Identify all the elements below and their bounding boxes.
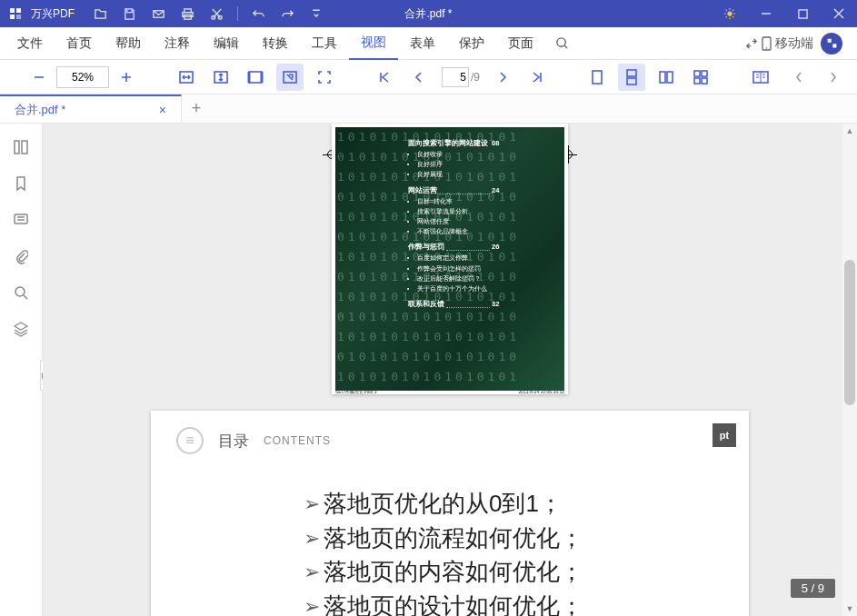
svg-rect-18 (627, 78, 636, 84)
scroll-down-icon[interactable]: ▼ (842, 601, 857, 616)
zoom-in-button[interactable] (113, 64, 140, 91)
bookmarks-icon[interactable] (5, 167, 37, 200)
zoom-group (9, 60, 156, 94)
svg-rect-27 (22, 141, 27, 154)
scroll-up-icon[interactable]: ▲ (842, 124, 857, 138)
quick-access-toolbar (85, 0, 331, 27)
fit-page-icon[interactable] (242, 64, 269, 91)
menu-item-4[interactable]: 编辑 (202, 27, 251, 60)
comments-icon[interactable] (5, 204, 37, 236)
svg-rect-21 (694, 71, 700, 76)
menu-item-10[interactable]: 页面 (496, 27, 545, 60)
menu-item-7[interactable]: 视图 (349, 27, 398, 60)
menu-item-9[interactable]: 保护 (447, 27, 496, 60)
mobile-label: 移动端 (775, 35, 813, 52)
zoom-out-button[interactable] (25, 64, 53, 91)
svg-rect-26 (15, 141, 19, 154)
menu-item-2[interactable]: 帮助 (104, 27, 153, 60)
brand-icon[interactable] (821, 33, 842, 55)
svg-rect-14 (249, 72, 262, 83)
page-nav-group: /9 (354, 60, 567, 94)
menu-item-0[interactable]: 文件 (5, 27, 55, 60)
menu-item-8[interactable]: 表单 (398, 27, 447, 60)
window-controls (712, 0, 857, 27)
tab-label: 合并.pdf * (15, 102, 65, 118)
layers-icon[interactable] (5, 313, 37, 345)
svg-point-9 (556, 38, 564, 46)
minimize-button[interactable] (748, 0, 784, 27)
tab-close-icon[interactable]: × (155, 103, 170, 117)
page-content: 面向搜索引擎的网站建设08良好收录良好排序良好展现网站运营24目标=转化率搜索引… (408, 133, 499, 310)
overflow-prev-icon[interactable] (785, 64, 812, 91)
read-mode-icon[interactable] (747, 64, 774, 91)
cut-icon[interactable] (202, 0, 231, 27)
actual-size-icon[interactable] (276, 64, 304, 91)
page-header-icon: ≡ (176, 427, 204, 454)
toolbar-overflow (782, 64, 851, 91)
list-item: ➢落地页的设计如何优化； (304, 590, 723, 616)
next-page-button[interactable] (489, 64, 516, 91)
document-title: 合并.pdf * (404, 6, 452, 22)
save-icon[interactable] (115, 0, 144, 27)
two-page-continuous-icon[interactable] (687, 64, 714, 91)
theme-icon[interactable] (712, 0, 748, 27)
fullscreen-icon[interactable] (311, 64, 338, 91)
document-viewport[interactable]: 10101010101010101 01010101010101010 1010… (43, 124, 857, 616)
zoom-input[interactable] (56, 66, 109, 88)
sidebar: ▶ (0, 124, 43, 616)
undo-icon[interactable] (244, 0, 273, 27)
scrollbar-thumb[interactable] (844, 260, 855, 405)
attachments-icon[interactable] (5, 240, 37, 273)
corner-badge: pt (713, 423, 736, 447)
svg-rect-0 (16, 15, 21, 19)
list-item: ➢落地页的内容如何优化； (304, 555, 723, 590)
svg-point-29 (15, 287, 25, 296)
page-number-input[interactable] (442, 67, 469, 87)
single-page-icon[interactable] (583, 64, 611, 91)
tabstrip: 合并.pdf * × + (0, 94, 857, 124)
page-subtitle: CONTENTS (264, 434, 331, 447)
mail-icon[interactable] (144, 0, 173, 27)
svg-rect-22 (702, 71, 707, 76)
pdf-page: 10101010101010101 01010101010101010 1010… (332, 124, 568, 394)
menu-item-3[interactable]: 注释 (153, 27, 202, 60)
last-page-button[interactable] (523, 64, 551, 91)
mobile-link[interactable]: 移动端 (745, 35, 813, 52)
search-menu-icon[interactable] (545, 27, 578, 60)
redo-icon[interactable] (273, 0, 302, 27)
svg-rect-23 (694, 78, 700, 84)
read-mode-group (731, 60, 782, 94)
layout-group (567, 60, 731, 94)
new-tab-button[interactable]: + (182, 94, 211, 124)
fit-group (156, 60, 354, 94)
page-total: /9 (471, 71, 480, 84)
overflow-next-icon[interactable] (820, 64, 847, 91)
open-file-icon[interactable] (85, 0, 115, 27)
view-toolbar: /9 (0, 60, 857, 94)
continuous-page-icon[interactable] (618, 64, 645, 91)
svg-rect-17 (627, 70, 636, 76)
prev-page-button[interactable] (405, 64, 433, 91)
two-page-icon[interactable] (653, 64, 680, 91)
fit-width-icon[interactable] (173, 64, 200, 91)
qat-dropdown-icon[interactable] (302, 0, 331, 27)
search-panel-icon[interactable] (5, 276, 37, 309)
first-page-button[interactable] (371, 64, 398, 91)
svg-rect-8 (798, 9, 806, 17)
document-tab[interactable]: 合并.pdf * × (0, 94, 182, 123)
maximize-button[interactable] (784, 0, 821, 27)
fit-height-icon[interactable] (207, 64, 234, 91)
menu-item-5[interactable]: 转换 (251, 27, 300, 60)
close-button[interactable] (821, 0, 857, 27)
page-title: 目录 (218, 431, 249, 452)
menu-item-1[interactable]: 首页 (55, 27, 104, 60)
print-icon[interactable] (173, 0, 202, 27)
svg-rect-24 (702, 78, 707, 84)
svg-point-11 (766, 47, 768, 49)
vertical-scrollbar[interactable]: ▲ ▼ (842, 124, 857, 616)
pdf-page: pt ≡ 目录 CONTENTS ➢落地页优化的从0到1；➢落地页的流程如何优化… (151, 411, 749, 616)
menu-item-6[interactable]: 工具 (300, 27, 349, 60)
svg-rect-19 (660, 72, 665, 83)
svg-rect-20 (667, 72, 673, 83)
thumbnails-icon[interactable] (5, 131, 37, 164)
